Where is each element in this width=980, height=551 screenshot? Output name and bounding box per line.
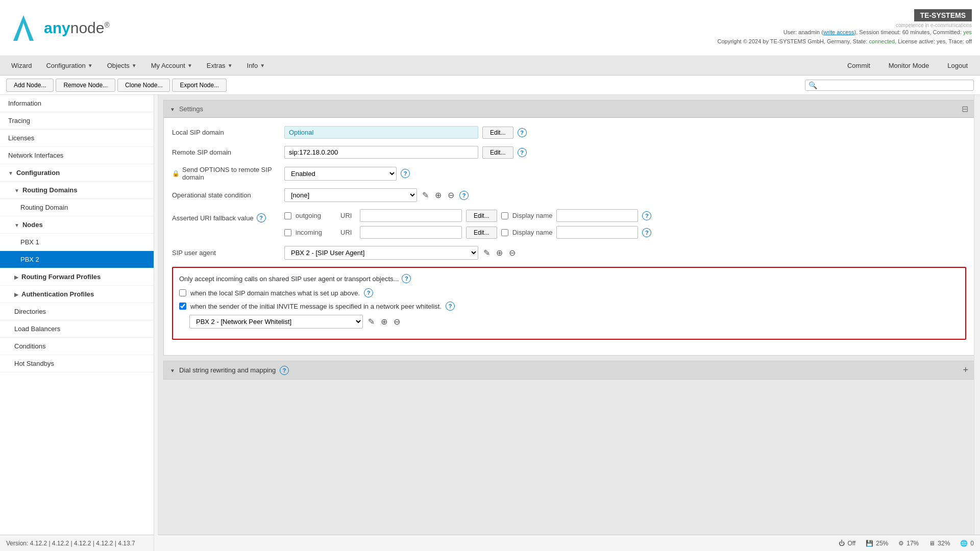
export-node-button[interactable]: Export Node... — [172, 79, 227, 92]
sidebar-item-licenses[interactable]: Licenses — [0, 130, 158, 147]
operational-state-select[interactable]: [none] — [284, 188, 417, 202]
menu-info[interactable]: Info ▼ — [241, 59, 272, 72]
sip-user-agent-add-icon[interactable]: ⊕ — [495, 247, 504, 259]
outgoing-uri-label: URI — [340, 212, 356, 219]
clone-node-button[interactable]: Clone Node... — [117, 79, 170, 92]
asserted-uri-help-icon[interactable]: ? — [257, 213, 266, 222]
whitelist-remove-icon[interactable]: ⊖ — [393, 316, 401, 328]
operational-state-help-icon[interactable]: ? — [459, 191, 469, 200]
settings-panel: Settings ⊟ Local SIP domain Edit... ? Re… — [163, 100, 975, 356]
sidebar-item-hot-standbys[interactable]: Hot Standbys — [0, 355, 158, 372]
menu-right: Commit Monitor Mode Logout — [840, 59, 975, 72]
remote-sip-domain-label: Remote SIP domain — [172, 148, 284, 156]
sidebar-item-conditions[interactable]: Conditions — [0, 338, 158, 355]
incoming-label: incoming — [296, 229, 336, 236]
incoming-uri-input[interactable] — [360, 226, 462, 239]
sidebar-item-information[interactable]: Information — [0, 95, 158, 112]
operational-state-add-icon[interactable]: ⊕ — [434, 189, 443, 201]
sidebar-item-network-interfaces[interactable]: Network Interfaces — [0, 147, 158, 164]
menu-wizard[interactable]: Wizard — [5, 59, 38, 72]
local-sip-domain-help-icon[interactable]: ? — [518, 128, 527, 137]
monitor-mode-button[interactable]: Monitor Mode — [881, 59, 936, 72]
sidebar-item-routing-domains[interactable]: Routing Domains — [0, 182, 158, 199]
settings-panel-header[interactable]: Settings ⊟ — [164, 101, 974, 118]
configuration-expand-icon — [8, 170, 13, 176]
incoming-checkbox[interactable] — [284, 229, 291, 236]
whitelist-select[interactable]: PBX 2 - [Network Peer Whitelist] — [189, 315, 363, 329]
incoming-uri-edit-button[interactable]: Edit... — [466, 227, 497, 239]
sip-user-agent-label: SIP user agent — [172, 249, 284, 257]
outgoing-display-checkbox[interactable] — [501, 212, 508, 219]
dial-string-title: Dial string rewriting and mapping — [179, 366, 276, 374]
sidebar-item-pbx1[interactable]: PBX 1 — [0, 234, 158, 251]
local-sip-domain-edit-button[interactable]: Edit... — [482, 127, 513, 139]
send-options-select[interactable]: Enabled — [284, 167, 397, 181]
sidebar-item-nodes[interactable]: Nodes — [0, 216, 158, 234]
remote-sip-domain-input[interactable] — [284, 146, 478, 159]
info-caret: ▼ — [260, 63, 265, 68]
whitelist-add-icon[interactable]: ⊕ — [380, 316, 388, 328]
logout-button[interactable]: Logout — [940, 59, 975, 72]
panel-header-left: Settings — [170, 105, 203, 113]
write-access-link[interactable]: write access — [823, 29, 854, 35]
add-node-button[interactable]: Add Node... — [6, 79, 54, 92]
checkbox2-help-icon[interactable]: ? — [446, 302, 455, 311]
remote-sip-domain-control: Edit... ? — [284, 146, 966, 159]
network-peer-whitelist-checkbox[interactable] — [179, 303, 186, 310]
sidebar-item-pbx2[interactable]: PBX 2 — [0, 251, 158, 268]
remove-node-button[interactable]: Remove Node... — [56, 79, 115, 92]
menu-objects[interactable]: Objects ▼ — [101, 59, 143, 72]
outgoing-help-icon[interactable]: ? — [642, 211, 651, 220]
dial-string-add-button[interactable]: + — [963, 365, 968, 375]
local-sip-match-checkbox[interactable] — [179, 289, 186, 296]
logo-area: anynode® — [8, 13, 110, 43]
asserted-uri-row: Asserted URI fallback value ? outgoing U… — [172, 209, 966, 239]
status-indicators: ⏻ Off 💾 25% ⚙ 17% 🖥 32% 🌐 0 — [839, 540, 974, 547]
sidebar-item-configuration[interactable]: Configuration — [0, 164, 158, 182]
commit-button[interactable]: Commit — [840, 59, 877, 72]
sidebar-item-routing-forward-profiles[interactable]: Routing Forward Profiles — [0, 268, 158, 286]
panel-collapse-icon[interactable]: ⊟ — [962, 104, 968, 114]
sidebar-item-directories[interactable]: Directories — [0, 303, 158, 320]
menu-configuration[interactable]: Configuration ▼ — [40, 59, 99, 72]
outgoing-checkbox[interactable] — [284, 212, 291, 219]
sidebar-scrollbar[interactable] — [154, 95, 158, 551]
sidebar-item-routing-domain[interactable]: Routing Domain — [0, 199, 158, 216]
sip-user-agent-select[interactable]: PBX 2 - [SIP User Agent] — [284, 246, 478, 260]
whitelist-edit-icon[interactable]: ✎ — [367, 316, 376, 328]
outgoing-uri-input[interactable] — [360, 209, 462, 222]
dial-string-help-icon[interactable]: ? — [280, 366, 289, 375]
send-options-help-icon[interactable]: ? — [401, 169, 410, 178]
my-account-caret: ▼ — [187, 63, 192, 68]
main-layout: Information Tracing Licenses Network Int… — [0, 95, 980, 551]
menu-my-account[interactable]: My Account ▼ — [145, 59, 199, 72]
highlight-box-help-icon[interactable]: ? — [402, 274, 411, 283]
asserted-uri-control: outgoing URI Edit... Display name ? — [284, 209, 966, 239]
nodes-expand-icon — [14, 222, 19, 228]
sidebar-item-authentication-profiles[interactable]: Authentication Profiles — [0, 286, 158, 303]
outgoing-uri-edit-button[interactable]: Edit... — [466, 210, 497, 222]
sip-user-agent-remove-icon[interactable]: ⊖ — [508, 247, 517, 259]
checkbox1-help-icon[interactable]: ? — [364, 288, 373, 297]
operational-state-edit-icon[interactable]: ✎ — [421, 189, 430, 201]
content-scrollbar[interactable] — [974, 95, 980, 551]
sip-user-agent-edit-icon[interactable]: ✎ — [482, 247, 491, 259]
incoming-display-checkbox[interactable] — [501, 229, 508, 236]
menu-extras[interactable]: Extras ▼ — [201, 59, 239, 72]
incoming-display-input[interactable] — [556, 226, 638, 239]
search-input[interactable] — [817, 82, 970, 89]
operational-state-remove-icon[interactable]: ⊖ — [447, 189, 455, 201]
menu-left: Wizard Configuration ▼ Objects ▼ My Acco… — [5, 59, 271, 72]
remote-sip-domain-help-icon[interactable]: ? — [518, 148, 527, 157]
asserted-uri-label: Asserted URI fallback value ? — [172, 209, 284, 222]
local-sip-domain-input[interactable] — [284, 126, 478, 139]
remote-sip-domain-edit-button[interactable]: Edit... — [482, 146, 513, 159]
checkbox1-label: when the local SIP domain matches what i… — [190, 289, 360, 297]
sidebar-item-load-balancers[interactable]: Load Balancers — [0, 320, 158, 338]
incoming-uri-label: URI — [340, 229, 356, 236]
outgoing-display-input[interactable] — [556, 209, 638, 222]
memory-label: 32% — [938, 540, 950, 547]
sidebar-item-tracing[interactable]: Tracing — [0, 112, 158, 130]
dial-string-header[interactable]: Dial string rewriting and mapping ? + — [164, 361, 974, 379]
incoming-help-icon[interactable]: ? — [642, 228, 651, 237]
